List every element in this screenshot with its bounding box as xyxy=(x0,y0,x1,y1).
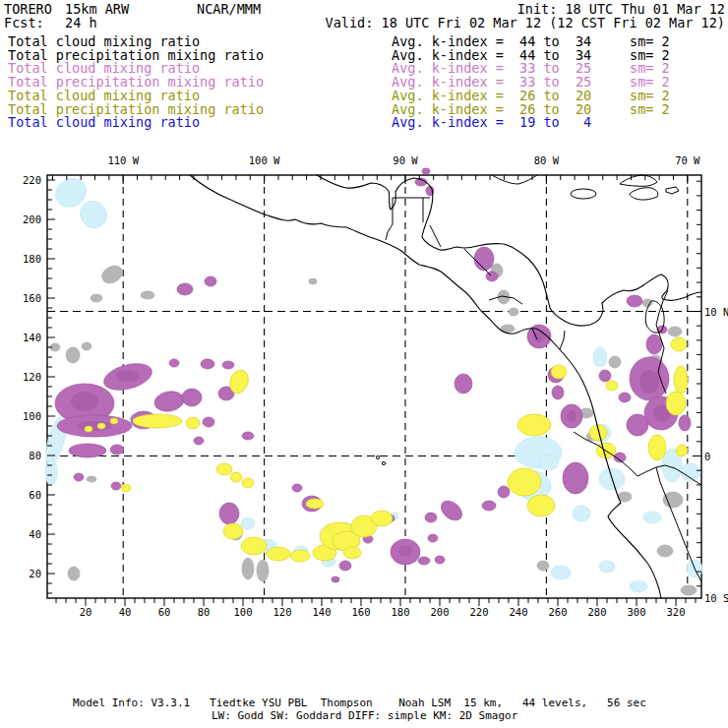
axis-tick-label: 320 xyxy=(667,606,686,618)
coast-pacific xyxy=(190,175,661,598)
axis-tick-label: 200 xyxy=(23,213,41,225)
axis-tick-label: 40 xyxy=(119,606,132,618)
axis-tick-label: 120 xyxy=(273,606,292,618)
axis-tick-label: 80 xyxy=(198,606,211,618)
jamaica xyxy=(571,189,596,199)
axis-tick-label: 60 xyxy=(29,489,41,501)
axis-tick-label: 180 xyxy=(23,253,41,265)
axis-tick-label: 300 xyxy=(628,606,646,618)
model-info-line2: LW: Godd SW: Goddard DIFF: simple KM: 2D… xyxy=(212,709,517,722)
axis-tick-label: 80 xyxy=(29,450,41,461)
axis-tick-label: 220 xyxy=(470,606,489,618)
axis-tick-label: 200 xyxy=(431,606,450,618)
axis-tick-label: 140 xyxy=(23,332,41,343)
axis-tick-label: 160 xyxy=(352,606,371,618)
axis-tick-label: 110 W xyxy=(107,154,139,166)
puerto-rico xyxy=(666,187,679,194)
axis-tick-label: 90 W xyxy=(393,154,418,166)
galapagos-islands xyxy=(376,455,379,458)
coastlines xyxy=(190,175,701,598)
coast-gulf-yucatan xyxy=(317,175,603,326)
cuba-east xyxy=(620,175,657,186)
axis-tick-label: 80 W xyxy=(534,154,560,166)
axis-tick-label: 20 xyxy=(29,568,41,579)
galapagos-islands xyxy=(382,461,385,464)
axis-ticks xyxy=(47,175,701,606)
weather-chart-page: { "header": { "model": "TORERO", "resolu… xyxy=(0,0,728,728)
hispaniola xyxy=(630,188,658,200)
axis-tick-label: 240 xyxy=(510,606,528,618)
axis-tick-label: 10 S xyxy=(704,592,728,604)
axis-tick-label: 0 xyxy=(704,451,710,462)
axis-tick-label: 100 xyxy=(234,606,253,618)
axis-tick-label: 220 xyxy=(23,174,41,186)
map-plot: 110 W100 W90 W80 W70 W220200180160140120… xyxy=(0,0,728,728)
axis-tick-label: 60 xyxy=(158,606,171,618)
axis-tick-label: 10 N xyxy=(704,306,728,318)
fill-yellow xyxy=(85,337,688,562)
axis-tick-label: 120 xyxy=(23,371,41,383)
coast-caribbean-sa xyxy=(602,274,701,303)
axis-tick-label: 140 xyxy=(313,606,332,618)
axis-tick-label: 180 xyxy=(392,606,410,618)
axis-tick-label: 40 xyxy=(29,528,41,540)
model-info-line1: Model Info: V3.3.1 Tiedtke YSU PBL Thomp… xyxy=(73,697,646,709)
axis-tick-label: 280 xyxy=(588,606,607,618)
axis-tick-label: 260 xyxy=(549,606,568,618)
cuba-west xyxy=(492,175,537,184)
axis-tick-label: 20 xyxy=(80,606,92,618)
axis-tick-label: 100 xyxy=(23,410,41,422)
axis-tick-label: 70 W xyxy=(675,154,700,166)
axis-tick-label: 100 W xyxy=(249,154,280,166)
axis-tick-label: 160 xyxy=(23,292,41,304)
